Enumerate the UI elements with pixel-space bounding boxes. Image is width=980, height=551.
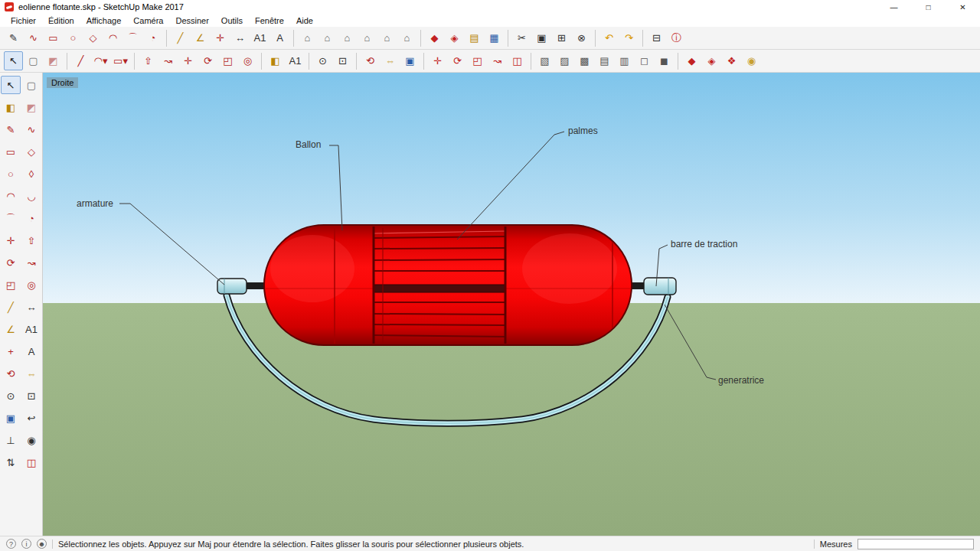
follow-me-tool-button[interactable]: ↝ xyxy=(21,253,41,272)
menu-dessiner[interactable]: Dessiner xyxy=(169,16,214,25)
move-copy-tool-button[interactable]: ✛ xyxy=(428,51,447,70)
save-file-button[interactable]: ▦ xyxy=(485,28,504,47)
text-tool-button[interactable]: A1 xyxy=(21,320,41,338)
line-tool-alt-button[interactable]: ╱ xyxy=(71,51,90,70)
two-point-arc-tool-button[interactable]: ⌒ xyxy=(123,28,142,47)
follow-path-tool-button[interactable]: ↝ xyxy=(488,51,507,70)
3d-viewport[interactable]: Droite Ballon palmes armature barre de t… xyxy=(43,73,980,536)
polygon-tool-button[interactable]: ◊ xyxy=(21,165,41,183)
rotate-tool-button[interactable]: ⟳ xyxy=(198,51,217,70)
line-tool-button[interactable]: ✎ xyxy=(4,28,23,47)
menu-affichage[interactable]: Affichage xyxy=(80,16,128,25)
close-button[interactable]: ✕ xyxy=(946,0,980,14)
menu-fenetre[interactable]: Fenêtre xyxy=(249,16,290,25)
axes-tool-button[interactable]: ✛ xyxy=(211,28,230,47)
text-tool-button[interactable]: A1 xyxy=(250,28,270,47)
warehouse-download-button[interactable]: ◆ xyxy=(682,51,701,70)
select-tool-button[interactable]: ↖ xyxy=(1,76,21,94)
eraser-tool-button[interactable]: ◩ xyxy=(21,98,41,116)
three-point-arc-tool-button[interactable]: ⌒ xyxy=(1,209,21,227)
arc-tool-button[interactable]: ◠ xyxy=(1,187,21,205)
info-icon[interactable]: i xyxy=(21,539,31,549)
zoom-extents-tool-button[interactable]: ▣ xyxy=(400,51,420,70)
follow-me-tool-button[interactable]: ↝ xyxy=(158,51,178,70)
xray-toggle-button[interactable]: ▥ xyxy=(615,51,634,70)
minimize-button[interactable]: — xyxy=(877,0,911,14)
annotation-generatrice[interactable]: generatrice xyxy=(718,375,764,386)
model-info-button[interactable]: ⓘ xyxy=(667,28,686,47)
top-view-button[interactable]: ⌂ xyxy=(318,28,337,47)
arc-tool-button[interactable]: ◠ xyxy=(103,28,122,47)
zoom-tool-button[interactable]: ⊙ xyxy=(1,386,21,405)
redo-button[interactable]: ↷ xyxy=(619,28,639,47)
left-view-button[interactable]: ⌂ xyxy=(397,28,416,47)
copy-button[interactable]: ▣ xyxy=(532,28,551,47)
3d-text-tool-button[interactable]: A xyxy=(21,342,41,360)
warehouse-share-button[interactable]: ◈ xyxy=(702,51,721,70)
undo-button[interactable]: ↶ xyxy=(599,28,619,47)
tape-measure-tool-button[interactable]: ╱ xyxy=(171,28,190,47)
make-component-button[interactable]: ▢ xyxy=(21,76,41,94)
rectangle-tool-button[interactable]: ▭ xyxy=(1,142,21,161)
push-pull-tool-button[interactable]: ⇧ xyxy=(139,51,158,70)
rotate-tool-button[interactable]: ⟳ xyxy=(1,253,21,272)
annotation-barre-de-traction[interactable]: barre de traction xyxy=(671,239,737,249)
zoom-extents-tool-button[interactable]: ▣ xyxy=(1,409,21,427)
dimension-tool-button[interactable]: ↔ xyxy=(21,298,41,316)
measurements-input[interactable] xyxy=(858,539,974,549)
protractor-tool-button[interactable]: ∠ xyxy=(191,28,210,47)
user-icon[interactable]: ☻ xyxy=(37,539,47,549)
two-point-arc-tool-button[interactable]: ◡ xyxy=(21,187,41,205)
menu-edition[interactable]: Édition xyxy=(42,16,80,25)
section-plane-tool-button[interactable]: ◫ xyxy=(508,51,527,70)
shape-tools-button[interactable]: ▭▾ xyxy=(111,51,130,70)
zoom-window-tool-button[interactable]: ⊡ xyxy=(21,386,41,405)
rectangle-tool-button[interactable]: ▭ xyxy=(44,28,63,47)
dimension-tool-button[interactable]: ↔ xyxy=(230,28,250,47)
extension-warehouse-button[interactable]: ❖ xyxy=(722,51,741,70)
offset-tool-button[interactable]: ◎ xyxy=(238,51,257,70)
print-button[interactable]: ⊟ xyxy=(647,28,666,47)
section-plane-tool-button[interactable]: ◫ xyxy=(21,453,41,471)
3d-warehouse-button[interactable]: ◆ xyxy=(425,28,444,47)
text-annotation-tool-button[interactable]: A1 xyxy=(286,51,305,70)
protractor-tool-button[interactable]: ∠ xyxy=(1,320,21,338)
freehand-tool-button[interactable]: ∿ xyxy=(21,120,41,139)
arc-tools-button[interactable]: ◠▾ xyxy=(91,51,110,70)
paste-button[interactable]: ⊞ xyxy=(552,28,571,47)
pie-tool-button[interactable]: ◔ xyxy=(21,209,41,227)
generator-cylinder-right[interactable] xyxy=(644,278,676,295)
wireframe-toggle-button[interactable]: ◻ xyxy=(635,51,654,70)
annotation-palmes[interactable]: palmes xyxy=(568,126,598,136)
look-around-tool-button[interactable]: ◉ xyxy=(21,431,41,449)
paint-bucket-tool-button[interactable]: ◧ xyxy=(266,51,285,70)
section-fill-toggle-button[interactable]: ▩ xyxy=(575,51,594,70)
offset-tool-button[interactable]: ◎ xyxy=(21,276,41,294)
orbit-tool-button[interactable]: ⟲ xyxy=(1,364,21,383)
pan-tool-button[interactable]: ⇔ xyxy=(381,51,400,70)
eraser-tool-button[interactable]: ◩ xyxy=(44,51,63,70)
menu-camera[interactable]: Caméra xyxy=(127,16,169,25)
section-cut-toggle-button[interactable]: ▨ xyxy=(555,51,574,70)
rotated-rectangle-tool-button[interactable]: ◇ xyxy=(21,142,41,161)
make-component-button[interactable]: ▢ xyxy=(24,51,43,70)
annotation-armature[interactable]: armature xyxy=(77,198,113,209)
pan-tool-button[interactable]: ⇔ xyxy=(21,364,41,383)
previous-view-button[interactable]: ↩ xyxy=(21,409,41,427)
shaded-toggle-button[interactable]: ◼ xyxy=(655,51,674,70)
move-tool-button[interactable]: ✛ xyxy=(1,231,21,249)
3d-text-tool-button[interactable]: A xyxy=(270,28,289,47)
iso-view-button[interactable]: ⌂ xyxy=(298,28,317,47)
pie-tool-button[interactable]: ◔ xyxy=(143,28,162,47)
maximize-button[interactable]: □ xyxy=(911,0,946,14)
tape-measure-tool-button[interactable]: ╱ xyxy=(1,298,21,316)
push-pull-tool-button[interactable]: ⇧ xyxy=(21,231,41,249)
right-view-button[interactable]: ⌂ xyxy=(358,28,377,47)
menu-fichier[interactable]: Fichier xyxy=(5,16,42,25)
erase-button[interactable]: ⊗ xyxy=(572,28,591,47)
rotate-copy-tool-button[interactable]: ⟳ xyxy=(448,51,467,70)
scale-tool-button[interactable]: ◰ xyxy=(1,276,21,294)
scale-copy-tool-button[interactable]: ◰ xyxy=(468,51,487,70)
section-display-toggle-button[interactable]: ▧ xyxy=(535,51,554,70)
zoom-window-tool-button[interactable]: ⊡ xyxy=(333,51,352,70)
